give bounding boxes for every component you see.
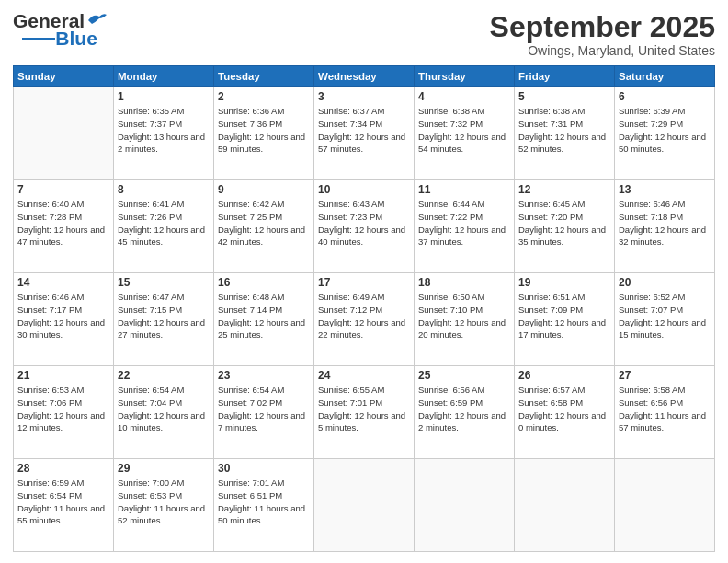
day-number: 10	[318, 183, 410, 196]
calendar-day-cell: 30Sunrise: 7:01 AMSunset: 6:51 PMDayligh…	[214, 459, 314, 552]
sunset-text: Sunset: 7:15 PM	[118, 304, 210, 316]
sunrise-text: Sunrise: 6:53 AM	[17, 384, 109, 396]
day-info: Sunrise: 6:49 AMSunset: 7:12 PMDaylight:…	[318, 291, 410, 341]
day-number: 8	[118, 183, 210, 196]
calendar-day-cell: 1Sunrise: 6:35 AMSunset: 7:37 PMDaylight…	[114, 87, 214, 180]
daylight-text: Daylight: 11 hours and 55 minutes.	[17, 502, 109, 528]
daylight-text: Daylight: 12 hours and 59 minutes.	[218, 131, 310, 156]
daylight-text: Daylight: 12 hours and 17 minutes.	[518, 316, 610, 342]
sunrise-text: Sunrise: 6:54 AM	[218, 384, 310, 396]
day-info: Sunrise: 6:56 AMSunset: 6:59 PMDaylight:…	[418, 384, 510, 434]
sunrise-text: Sunrise: 6:47 AM	[118, 291, 210, 304]
calendar-table: Sunday Monday Tuesday Wednesday Thursday…	[13, 65, 715, 552]
calendar-day-cell: 4Sunrise: 6:38 AMSunset: 7:32 PMDaylight…	[415, 87, 515, 180]
calendar-day-cell: 23Sunrise: 6:54 AMSunset: 7:02 PMDayligh…	[214, 366, 314, 459]
sunset-text: Sunset: 7:37 PM	[118, 118, 210, 131]
daylight-text: Daylight: 12 hours and 10 minutes.	[118, 409, 210, 435]
sunset-text: Sunset: 6:59 PM	[418, 396, 510, 409]
calendar-day-cell	[515, 459, 615, 552]
col-wednesday: Wednesday	[314, 66, 415, 87]
sunset-text: Sunset: 6:53 PM	[118, 489, 210, 502]
sunrise-text: Sunrise: 6:38 AM	[518, 105, 610, 118]
daylight-text: Daylight: 11 hours and 50 minutes.	[218, 502, 310, 528]
sunrise-text: Sunrise: 6:42 AM	[218, 198, 310, 211]
sunrise-text: Sunrise: 6:57 AM	[518, 384, 610, 396]
daylight-text: Daylight: 12 hours and 45 minutes.	[118, 224, 210, 249]
daylight-text: Daylight: 11 hours and 52 minutes.	[118, 502, 210, 528]
calendar-day-cell: 25Sunrise: 6:56 AMSunset: 6:59 PMDayligh…	[415, 366, 515, 459]
day-info: Sunrise: 6:46 AMSunset: 7:17 PMDaylight:…	[17, 291, 109, 341]
daylight-text: Daylight: 12 hours and 32 minutes.	[619, 224, 711, 249]
calendar-day-cell: 5Sunrise: 6:38 AMSunset: 7:31 PMDaylight…	[515, 87, 615, 180]
col-friday: Friday	[515, 66, 615, 87]
sunrise-text: Sunrise: 6:40 AM	[17, 198, 109, 211]
sunrise-text: Sunrise: 6:45 AM	[518, 198, 610, 211]
day-info: Sunrise: 6:42 AMSunset: 7:25 PMDaylight:…	[218, 198, 310, 248]
page: General Blue September 2025 Owings, Mary…	[0, 0, 728, 563]
day-number: 19	[518, 276, 610, 289]
sunset-text: Sunset: 7:14 PM	[218, 304, 310, 316]
daylight-text: Daylight: 12 hours and 57 minutes.	[318, 131, 410, 156]
day-info: Sunrise: 6:57 AMSunset: 6:58 PMDaylight:…	[518, 384, 610, 434]
day-number: 12	[518, 183, 610, 196]
daylight-text: Daylight: 12 hours and 5 minutes.	[318, 409, 410, 435]
calendar-day-cell	[314, 459, 415, 552]
sunset-text: Sunset: 7:10 PM	[418, 304, 510, 316]
sunrise-text: Sunrise: 6:49 AM	[318, 291, 410, 304]
day-info: Sunrise: 6:47 AMSunset: 7:15 PMDaylight:…	[118, 291, 210, 341]
calendar-day-cell: 17Sunrise: 6:49 AMSunset: 7:12 PMDayligh…	[314, 273, 415, 366]
calendar-day-cell: 19Sunrise: 6:51 AMSunset: 7:09 PMDayligh…	[515, 273, 615, 366]
sunrise-text: Sunrise: 6:51 AM	[518, 291, 610, 304]
daylight-text: Daylight: 12 hours and 50 minutes.	[619, 131, 711, 156]
sunset-text: Sunset: 7:12 PM	[318, 304, 410, 316]
day-number: 4	[418, 90, 510, 103]
sunrise-text: Sunrise: 6:46 AM	[17, 291, 109, 304]
col-monday: Monday	[114, 66, 214, 87]
day-number: 16	[218, 276, 310, 289]
day-number: 25	[418, 369, 510, 382]
day-number: 5	[518, 90, 610, 103]
calendar-day-cell: 2Sunrise: 6:36 AMSunset: 7:36 PMDaylight…	[214, 87, 314, 180]
day-number: 18	[418, 276, 510, 289]
daylight-text: Daylight: 12 hours and 25 minutes.	[218, 316, 310, 342]
day-number: 20	[619, 276, 711, 289]
day-info: Sunrise: 6:35 AMSunset: 7:37 PMDaylight:…	[118, 105, 210, 155]
sunset-text: Sunset: 7:28 PM	[17, 211, 109, 224]
day-number: 14	[17, 276, 109, 289]
sunrise-text: Sunrise: 6:56 AM	[418, 384, 510, 396]
sunset-text: Sunset: 7:31 PM	[518, 118, 610, 131]
daylight-text: Daylight: 12 hours and 7 minutes.	[218, 409, 310, 435]
sunrise-text: Sunrise: 6:38 AM	[418, 105, 510, 118]
sunrise-text: Sunrise: 6:37 AM	[318, 105, 410, 118]
sunrise-text: Sunrise: 6:52 AM	[619, 291, 711, 304]
logo-bird-icon	[86, 11, 107, 28]
calendar-day-cell: 6Sunrise: 6:39 AMSunset: 7:29 PMDaylight…	[615, 87, 715, 180]
header: General Blue September 2025 Owings, Mary…	[13, 11, 715, 58]
title-block: September 2025 Owings, Maryland, United …	[490, 11, 715, 58]
calendar-day-cell: 9Sunrise: 6:42 AMSunset: 7:25 PMDaylight…	[214, 180, 314, 273]
calendar-day-cell: 11Sunrise: 6:44 AMSunset: 7:22 PMDayligh…	[415, 180, 515, 273]
day-number: 22	[118, 369, 210, 382]
day-number: 9	[218, 183, 310, 196]
sunset-text: Sunset: 7:22 PM	[418, 211, 510, 224]
sunrise-text: Sunrise: 6:35 AM	[118, 105, 210, 118]
daylight-text: Daylight: 13 hours and 2 minutes.	[118, 131, 210, 156]
calendar-day-cell: 26Sunrise: 6:57 AMSunset: 6:58 PMDayligh…	[515, 366, 615, 459]
calendar-day-cell: 7Sunrise: 6:40 AMSunset: 7:28 PMDaylight…	[14, 180, 114, 273]
day-info: Sunrise: 6:45 AMSunset: 7:20 PMDaylight:…	[518, 198, 610, 248]
daylight-text: Daylight: 12 hours and 42 minutes.	[218, 224, 310, 249]
daylight-text: Daylight: 12 hours and 40 minutes.	[318, 224, 410, 249]
sunrise-text: Sunrise: 7:00 AM	[118, 477, 210, 489]
day-info: Sunrise: 6:50 AMSunset: 7:10 PMDaylight:…	[418, 291, 510, 341]
day-info: Sunrise: 6:39 AMSunset: 7:29 PMDaylight:…	[619, 105, 711, 155]
sunset-text: Sunset: 7:02 PM	[218, 396, 310, 409]
calendar-day-cell: 16Sunrise: 6:48 AMSunset: 7:14 PMDayligh…	[214, 273, 314, 366]
day-info: Sunrise: 6:55 AMSunset: 7:01 PMDaylight:…	[318, 384, 410, 434]
sunset-text: Sunset: 7:17 PM	[17, 304, 109, 316]
calendar-day-cell: 29Sunrise: 7:00 AMSunset: 6:53 PMDayligh…	[114, 459, 214, 552]
calendar-day-cell	[14, 87, 114, 180]
day-info: Sunrise: 6:52 AMSunset: 7:07 PMDaylight:…	[619, 291, 711, 341]
calendar-day-cell: 13Sunrise: 6:46 AMSunset: 7:18 PMDayligh…	[615, 180, 715, 273]
sunset-text: Sunset: 6:56 PM	[619, 396, 711, 409]
sunset-text: Sunset: 6:51 PM	[218, 489, 310, 502]
